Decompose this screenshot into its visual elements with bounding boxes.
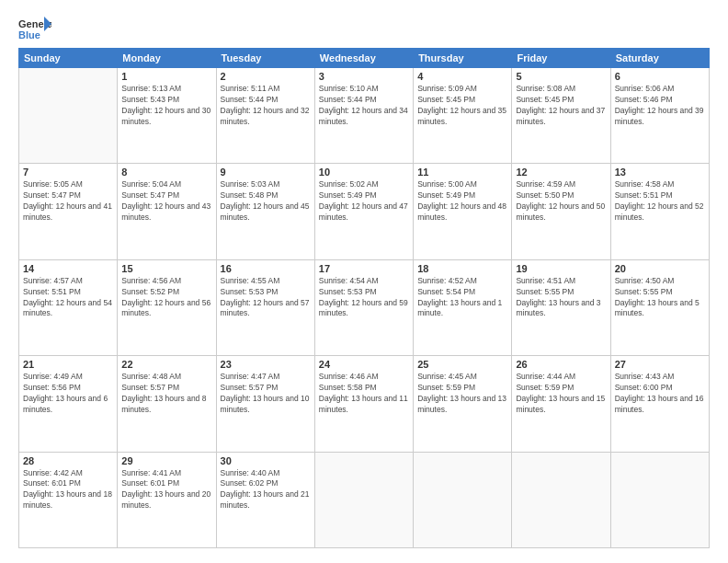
calendar-cell: 7 Sunrise: 5:05 AM Sunset: 5:47 PM Dayli… [19,164,118,259]
weekday-tuesday: Tuesday [216,49,314,68]
weekday-thursday: Thursday [414,49,512,68]
calendar-cell: 3 Sunrise: 5:10 AM Sunset: 5:44 PM Dayli… [314,68,413,164]
day-number: 13 [615,167,705,178]
day-info: Sunrise: 4:44 AM Sunset: 5:59 PM Dayligh… [516,372,606,416]
day-info: Sunrise: 4:45 AM Sunset: 5:59 PM Dayligh… [417,372,507,416]
day-info: Sunrise: 5:09 AM Sunset: 5:45 PM Dayligh… [417,84,507,128]
header: General Blue [18,15,710,40]
weekday-header-row: SundayMondayTuesdayWednesdayThursdayFrid… [19,49,710,68]
day-number: 8 [121,167,211,178]
calendar-cell: 21 Sunrise: 4:49 AM Sunset: 5:56 PM Dayl… [19,356,118,452]
calendar-cell: 12 Sunrise: 4:59 AM Sunset: 5:50 PM Dayl… [512,164,610,259]
day-info: Sunrise: 4:54 AM Sunset: 5:53 PM Dayligh… [319,276,409,320]
day-info: Sunrise: 4:51 AM Sunset: 5:55 PM Dayligh… [516,276,606,320]
day-info: Sunrise: 5:02 AM Sunset: 5:49 PM Dayligh… [319,179,409,224]
day-number: 18 [417,263,507,274]
calendar-week-2: 7 Sunrise: 5:05 AM Sunset: 5:47 PM Dayli… [19,164,710,259]
calendar-cell: 4 Sunrise: 5:09 AM Sunset: 5:45 PM Dayli… [414,68,512,164]
day-info: Sunrise: 4:58 AM Sunset: 5:51 PM Dayligh… [615,179,705,224]
calendar-cell: 13 Sunrise: 4:58 AM Sunset: 5:51 PM Dayl… [610,164,709,259]
day-info: Sunrise: 4:59 AM Sunset: 5:50 PM Dayligh… [516,179,606,224]
day-number: 19 [516,263,606,274]
calendar-table: SundayMondayTuesdayWednesdayThursdayFrid… [18,48,710,548]
weekday-wednesday: Wednesday [314,49,413,68]
day-info: Sunrise: 5:13 AM Sunset: 5:43 PM Dayligh… [121,84,211,128]
calendar-cell: 28 Sunrise: 4:42 AM Sunset: 6:01 PM Dayl… [19,452,118,547]
calendar-cell: 5 Sunrise: 5:08 AM Sunset: 5:45 PM Dayli… [512,68,610,164]
weekday-sunday: Sunday [19,49,118,68]
day-number: 5 [516,71,606,82]
calendar-cell [19,68,118,164]
calendar-week-4: 21 Sunrise: 4:49 AM Sunset: 5:56 PM Dayl… [19,356,710,452]
day-number: 29 [121,455,211,466]
calendar-cell: 29 Sunrise: 4:41 AM Sunset: 6:01 PM Dayl… [118,452,216,547]
day-number: 28 [23,455,113,466]
day-info: Sunrise: 4:55 AM Sunset: 5:53 PM Dayligh… [221,276,311,320]
day-number: 9 [221,167,311,178]
day-number: 10 [319,167,409,178]
calendar-week-1: 1 Sunrise: 5:13 AM Sunset: 5:43 PM Dayli… [19,68,710,164]
calendar-cell: 30 Sunrise: 4:40 AM Sunset: 6:02 PM Dayl… [216,452,314,547]
calendar-cell: 18 Sunrise: 4:52 AM Sunset: 5:54 PM Dayl… [414,259,512,355]
calendar-cell: 2 Sunrise: 5:11 AM Sunset: 5:44 PM Dayli… [216,68,314,164]
day-info: Sunrise: 4:41 AM Sunset: 6:01 PM Dayligh… [121,468,211,512]
day-info: Sunrise: 5:11 AM Sunset: 5:44 PM Dayligh… [221,84,311,128]
calendar-cell: 24 Sunrise: 4:46 AM Sunset: 5:58 PM Dayl… [314,356,413,452]
day-info: Sunrise: 5:08 AM Sunset: 5:45 PM Dayligh… [516,84,606,128]
day-number: 27 [615,359,705,370]
day-info: Sunrise: 5:04 AM Sunset: 5:47 PM Dayligh… [121,179,211,224]
day-number: 15 [121,263,211,274]
day-number: 30 [221,455,311,466]
day-info: Sunrise: 4:56 AM Sunset: 5:52 PM Dayligh… [121,276,211,320]
day-number: 7 [23,167,113,178]
day-info: Sunrise: 4:43 AM Sunset: 6:00 PM Dayligh… [615,372,705,416]
calendar-cell: 20 Sunrise: 4:50 AM Sunset: 5:55 PM Dayl… [610,259,709,355]
day-number: 11 [417,167,507,178]
day-info: Sunrise: 4:46 AM Sunset: 5:58 PM Dayligh… [319,372,409,416]
calendar-cell: 22 Sunrise: 4:48 AM Sunset: 5:57 PM Dayl… [118,356,216,452]
day-number: 22 [121,359,211,370]
day-info: Sunrise: 4:52 AM Sunset: 5:54 PM Dayligh… [417,276,507,320]
day-info: Sunrise: 4:40 AM Sunset: 6:02 PM Dayligh… [221,468,311,512]
day-number: 20 [615,263,705,274]
day-number: 4 [417,71,507,82]
day-number: 12 [516,167,606,178]
day-info: Sunrise: 4:48 AM Sunset: 5:57 PM Dayligh… [121,372,211,416]
calendar-cell: 25 Sunrise: 4:45 AM Sunset: 5:59 PM Dayl… [414,356,512,452]
calendar-cell: 17 Sunrise: 4:54 AM Sunset: 5:53 PM Dayl… [314,259,413,355]
day-number: 24 [319,359,409,370]
calendar-cell [414,452,512,547]
calendar-cell: 9 Sunrise: 5:03 AM Sunset: 5:48 PM Dayli… [216,164,314,259]
day-info: Sunrise: 4:42 AM Sunset: 6:01 PM Dayligh… [23,468,113,512]
calendar-cell: 16 Sunrise: 4:55 AM Sunset: 5:53 PM Dayl… [216,259,314,355]
calendar-cell: 6 Sunrise: 5:06 AM Sunset: 5:46 PM Dayli… [610,68,709,164]
day-number: 21 [23,359,113,370]
day-info: Sunrise: 5:03 AM Sunset: 5:48 PM Dayligh… [221,179,311,224]
day-number: 14 [23,263,113,274]
day-number: 3 [319,71,409,82]
calendar-cell: 27 Sunrise: 4:43 AM Sunset: 6:00 PM Dayl… [610,356,709,452]
calendar-week-5: 28 Sunrise: 4:42 AM Sunset: 6:01 PM Dayl… [19,452,710,547]
weekday-monday: Monday [118,49,216,68]
calendar-cell: 15 Sunrise: 4:56 AM Sunset: 5:52 PM Dayl… [118,259,216,355]
day-number: 25 [417,359,507,370]
calendar-cell: 10 Sunrise: 5:02 AM Sunset: 5:49 PM Dayl… [314,164,413,259]
day-info: Sunrise: 5:00 AM Sunset: 5:49 PM Dayligh… [417,179,507,224]
day-number: 26 [516,359,606,370]
calendar-cell: 8 Sunrise: 5:04 AM Sunset: 5:47 PM Dayli… [118,164,216,259]
weekday-friday: Friday [512,49,610,68]
calendar-week-3: 14 Sunrise: 4:57 AM Sunset: 5:51 PM Dayl… [19,259,710,355]
calendar-cell: 26 Sunrise: 4:44 AM Sunset: 5:59 PM Dayl… [512,356,610,452]
calendar-cell: 11 Sunrise: 5:00 AM Sunset: 5:49 PM Dayl… [414,164,512,259]
calendar-cell [512,452,610,547]
day-number: 6 [615,71,705,82]
weekday-saturday: Saturday [610,49,709,68]
day-info: Sunrise: 5:06 AM Sunset: 5:46 PM Dayligh… [615,84,705,128]
day-number: 23 [221,359,311,370]
calendar-cell [314,452,413,547]
day-info: Sunrise: 5:10 AM Sunset: 5:44 PM Dayligh… [319,84,409,128]
calendar-cell [610,452,709,547]
day-info: Sunrise: 4:47 AM Sunset: 5:57 PM Dayligh… [221,372,311,416]
logo-icon: General Blue [18,15,51,40]
calendar-cell: 14 Sunrise: 4:57 AM Sunset: 5:51 PM Dayl… [19,259,118,355]
